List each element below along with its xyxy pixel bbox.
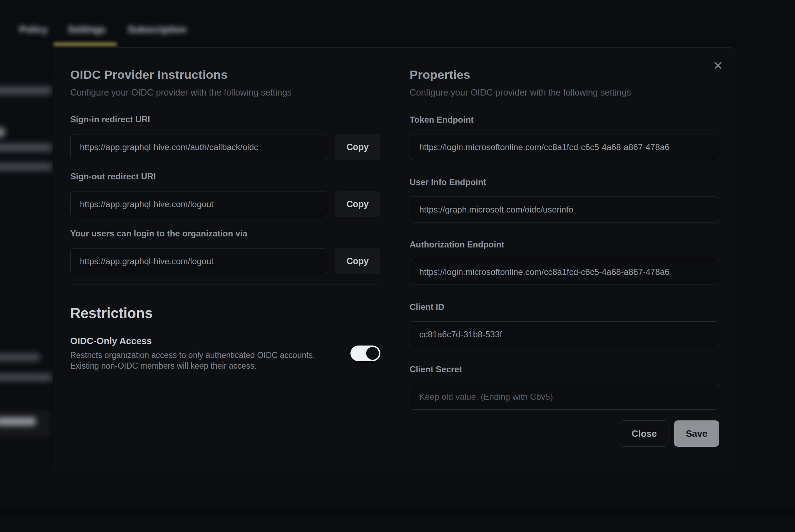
- oidc-only-access-description-line1: Restricts organization access to only au…: [70, 350, 315, 360]
- sign-in-redirect-label: Sign-in redirect URI: [70, 114, 380, 124]
- properties-subtitle: Configure your OIDC provider with the fo…: [410, 87, 719, 98]
- sign-out-redirect-input[interactable]: [70, 191, 327, 217]
- oidc-only-access-description-line2: Existing non-OIDC members will keep thei…: [70, 360, 315, 371]
- client-secret-label: Client Secret: [410, 364, 719, 374]
- active-tab-underline: [53, 42, 117, 46]
- restrictions-heading: Restrictions: [70, 305, 380, 321]
- close-button[interactable]: Close: [620, 420, 668, 447]
- blurred-text-fragment: [0, 354, 40, 361]
- blurred-text-fragment: [0, 87, 52, 94]
- client-id-input[interactable]: [410, 321, 719, 347]
- blurred-text-fragment: [0, 163, 52, 170]
- login-via-input[interactable]: [70, 248, 327, 274]
- oidc-only-access-toggle[interactable]: [350, 346, 380, 361]
- copy-login-via-button[interactable]: Copy: [335, 248, 380, 274]
- oidc-settings-modal: ✕ OIDC Provider Instructions Configure y…: [53, 47, 736, 474]
- instructions-subtitle: Configure your OIDC provider with the fo…: [70, 87, 380, 98]
- blurred-text-fragment: [0, 144, 52, 152]
- blurred-text-fragment: [0, 374, 52, 381]
- toggle-knob: [366, 347, 379, 360]
- oidc-only-access-row: OIDC-Only Access Restricts organization …: [70, 336, 380, 371]
- authorization-endpoint-input[interactable]: [410, 259, 719, 285]
- section-divider: [70, 285, 380, 285]
- client-id-label: Client ID: [410, 302, 719, 312]
- user-info-endpoint-input[interactable]: [410, 196, 719, 222]
- properties-panel: Properties Configure your OIDC provider …: [410, 48, 719, 447]
- token-endpoint-label: Token Endpoint: [410, 115, 719, 125]
- tab-subscription[interactable]: Subscription: [128, 24, 186, 35]
- save-button[interactable]: Save: [674, 420, 719, 447]
- copy-sign-out-button[interactable]: Copy: [335, 191, 380, 217]
- client-secret-input[interactable]: [410, 384, 719, 410]
- column-divider: [395, 57, 395, 459]
- tab-settings[interactable]: Settings: [68, 24, 106, 35]
- user-info-endpoint-label: User Info Endpoint: [410, 177, 719, 187]
- instructions-panel: OIDC Provider Instructions Configure you…: [70, 48, 380, 371]
- authorization-endpoint-label: Authorization Endpoint: [410, 240, 719, 250]
- copy-sign-in-button[interactable]: Copy: [335, 134, 380, 160]
- tab-policy[interactable]: Policy: [19, 24, 48, 35]
- token-endpoint-input[interactable]: [410, 134, 719, 160]
- blurred-badge: [0, 127, 5, 137]
- blurred-background-button-label: [0, 417, 36, 426]
- properties-title: Properties: [410, 68, 719, 82]
- oidc-only-access-label: OIDC-Only Access: [70, 336, 315, 347]
- instructions-title: OIDC Provider Instructions: [70, 68, 380, 82]
- sign-in-redirect-input[interactable]: [70, 134, 327, 160]
- sign-out-redirect-label: Sign-out redirect URI: [70, 172, 380, 181]
- background-band: [0, 506, 795, 516]
- login-via-label: Your users can login to the organization…: [70, 229, 380, 239]
- background-tabbar: Policy Settings Subscription: [0, 0, 795, 47]
